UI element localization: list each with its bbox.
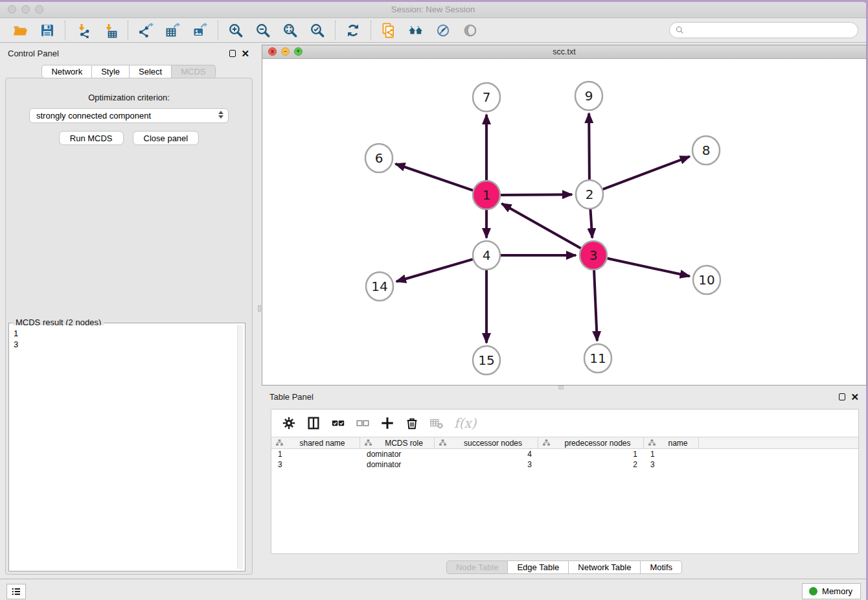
- graphics-details-icon[interactable]: [435, 22, 451, 39]
- toolbar-separator: [65, 21, 65, 40]
- clear-selection-icon[interactable]: [354, 415, 371, 432]
- export-network-icon[interactable]: [137, 22, 154, 39]
- open-folder-icon[interactable]: [12, 22, 29, 39]
- graph-edge-2-3[interactable]: [590, 209, 592, 238]
- close-panel-button[interactable]: Close panel: [133, 131, 200, 145]
- table-tab-motifs[interactable]: Motifs: [641, 560, 682, 574]
- graph-edge-4-14[interactable]: [396, 259, 473, 281]
- table-cell[interactable]: 3: [271, 459, 360, 470]
- table-panel-title: Table Panel: [269, 392, 314, 402]
- table-cell[interactable]: 1: [271, 449, 360, 459]
- table-cell[interactable]: 4: [435, 449, 538, 459]
- column-header-name[interactable]: name: [644, 437, 699, 448]
- search-icon: [675, 25, 685, 35]
- run-mcds-button[interactable]: Run MCDS: [59, 131, 124, 145]
- duplicate-network-icon[interactable]: [380, 22, 397, 39]
- graph-node-14[interactable]: 14: [366, 272, 393, 301]
- svg-text:2: 2: [586, 187, 594, 202]
- svg-text:8: 8: [702, 143, 711, 158]
- table-cell[interactable]: 1: [644, 449, 699, 459]
- table-tab-node-table[interactable]: Node Table: [446, 560, 508, 574]
- status-bar: Memory: [0, 579, 866, 600]
- refresh-icon[interactable]: [345, 22, 361, 39]
- graph-edge-3-10[interactable]: [608, 259, 690, 277]
- search-input[interactable]: [687, 25, 852, 35]
- table-tab-edge-table[interactable]: Edge Table: [508, 560, 569, 574]
- svg-text:4: 4: [483, 248, 491, 263]
- graph-edge-3-1[interactable]: [502, 203, 581, 248]
- split-columns-icon[interactable]: [305, 415, 322, 432]
- dropdown-stepper-icon: [218, 111, 223, 119]
- graph-node-10[interactable]: 10: [693, 266, 720, 294]
- zoom-in-icon[interactable]: [227, 22, 244, 39]
- graph-node-1[interactable]: 1: [473, 181, 500, 209]
- table-cell[interactable]: 3: [644, 459, 699, 470]
- toolbar-separator: [218, 21, 218, 40]
- mcds-result-text[interactable]: 1 3: [11, 325, 237, 569]
- tab-network[interactable]: Network: [41, 65, 92, 78]
- close-table-panel-icon[interactable]: ✕: [851, 392, 859, 402]
- eye-icon[interactable]: [462, 22, 479, 39]
- home-icon[interactable]: [407, 22, 424, 39]
- search-field[interactable]: [669, 22, 858, 38]
- graph-node-2[interactable]: 2: [576, 180, 603, 209]
- graph-node-8[interactable]: 8: [692, 136, 720, 165]
- table-row[interactable]: 3dominator323: [271, 459, 858, 470]
- graph-node-3[interactable]: 3: [580, 241, 607, 270]
- zoom-out-icon[interactable]: [255, 22, 271, 39]
- save-icon[interactable]: [39, 22, 56, 39]
- graph-edge-2-8[interactable]: [603, 157, 690, 190]
- import-table-icon[interactable]: [102, 22, 119, 39]
- gear-icon[interactable]: [280, 415, 297, 432]
- table-cell[interactable]: dominator: [360, 459, 435, 470]
- toolbar-separator: [335, 21, 336, 40]
- table-row[interactable]: 1dominator411: [271, 449, 858, 459]
- graph-edge-1-6[interactable]: [396, 164, 474, 190]
- import-network-icon[interactable]: [74, 22, 91, 39]
- export-image-icon[interactable]: [192, 22, 209, 39]
- graph-node-15[interactable]: 15: [473, 346, 500, 375]
- table-cell[interactable]: 2: [538, 459, 644, 470]
- optimization-dropdown[interactable]: strongly connected component: [29, 108, 229, 123]
- result-scrollbar[interactable]: [237, 325, 243, 569]
- node-table: f(x) shared nameMCDS rolesuccessor nodes…: [271, 409, 859, 554]
- svg-text:15: 15: [478, 352, 494, 368]
- column-header-MCDS-role[interactable]: MCDS role: [360, 437, 435, 448]
- vertical-split-divider[interactable]: [257, 45, 262, 575]
- window-titlebar: Session: New Session: [0, 2, 866, 18]
- tab-select[interactable]: Select: [130, 65, 172, 78]
- graph-node-9[interactable]: 9: [575, 82, 602, 110]
- graph-edge-3-11[interactable]: [594, 270, 597, 341]
- graph-edge-2-9[interactable]: [589, 113, 589, 180]
- delete-icon[interactable]: [404, 415, 420, 432]
- table-tab-network-table[interactable]: Network Table: [569, 560, 641, 574]
- column-header-shared-name[interactable]: shared name: [271, 437, 360, 448]
- close-panel-icon[interactable]: ✕: [241, 49, 249, 58]
- select-all-icon[interactable]: [330, 415, 347, 432]
- graph-edge-1-2[interactable]: [501, 194, 572, 195]
- zoom-selected-icon[interactable]: [309, 22, 326, 39]
- column-header-successor-nodes[interactable]: successor nodes: [435, 437, 538, 448]
- task-history-button[interactable]: [6, 584, 26, 599]
- tab-mcds[interactable]: MCDS: [172, 65, 215, 78]
- graph-node-11[interactable]: 11: [584, 344, 611, 373]
- delete-table-icon[interactable]: [428, 415, 445, 432]
- table-cell[interactable]: 1: [538, 449, 644, 459]
- add-icon[interactable]: [379, 415, 396, 432]
- zoom-fit-icon[interactable]: [282, 22, 299, 39]
- memory-button[interactable]: Memory: [802, 583, 861, 599]
- control-panel-header: Control Panel ✕: [0, 45, 257, 62]
- network-canvas[interactable]: 7968124314101511: [262, 59, 866, 385]
- graph-node-4[interactable]: 4: [473, 241, 500, 270]
- table-cell[interactable]: 3: [435, 459, 538, 470]
- tab-style[interactable]: Style: [92, 65, 130, 78]
- table-cell[interactable]: dominator: [360, 449, 435, 459]
- column-header-predecessor-nodes[interactable]: predecessor nodes: [538, 437, 644, 448]
- divider-grip[interactable]: [258, 305, 261, 312]
- float-table-panel-icon[interactable]: [839, 393, 845, 400]
- graph-node-6[interactable]: 6: [365, 144, 393, 172]
- export-table-icon[interactable]: [165, 22, 181, 39]
- float-panel-icon[interactable]: [229, 50, 236, 57]
- graph-node-7[interactable]: 7: [473, 83, 500, 111]
- hierarchy-icon: [364, 439, 372, 447]
